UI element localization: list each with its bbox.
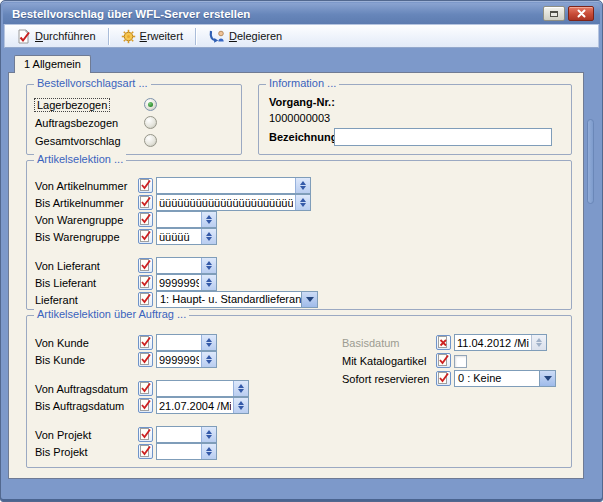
dropdown-arrow-button[interactable] xyxy=(301,292,317,307)
row-bis-warengruppe: Bis Warengruppe xyxy=(35,228,217,245)
vorgang-nr-label: Vorgang-Nr.: xyxy=(269,96,335,108)
erweitert-button[interactable]: Erweitert xyxy=(114,26,190,46)
text-field[interactable] xyxy=(156,194,311,211)
von-projekt-input[interactable] xyxy=(157,427,201,442)
spinner-button[interactable] xyxy=(233,381,248,396)
text-field[interactable] xyxy=(156,177,311,194)
date-field[interactable] xyxy=(156,380,249,397)
vorgang-nr-value: 1000000003 xyxy=(269,112,330,124)
spinner-button[interactable] xyxy=(201,212,216,227)
radio-gesamtvorschlag[interactable] xyxy=(144,134,157,147)
durchfuehren-button[interactable]: Durchführen xyxy=(9,26,103,46)
bis-lieferant-input[interactable] xyxy=(157,275,201,290)
radio-auftragsbezogen[interactable] xyxy=(144,116,157,129)
group-information: Information ... Vorgang-Nr.: 1000000003 … xyxy=(258,84,572,155)
spinner-button[interactable] xyxy=(295,178,310,193)
row-von-warengruppe: Von Warengruppe xyxy=(35,211,217,228)
filter-active-check-icon[interactable] xyxy=(138,275,153,290)
field-label: Bis Projekt xyxy=(35,446,138,458)
window-title: Bestellvorschlag über WFL-Server erstell… xyxy=(12,8,540,20)
filter-active-check-icon[interactable] xyxy=(138,427,153,442)
tab-allgemein-label: 1 Allgemein xyxy=(24,58,81,70)
filter-active-check-icon[interactable] xyxy=(436,371,451,386)
date-field[interactable] xyxy=(156,397,249,414)
filter-active-check-icon[interactable] xyxy=(138,381,153,396)
lieferant-dropdown[interactable]: 1: Haupt- u. Standardlieferanten xyxy=(156,291,318,308)
spinner-button[interactable] xyxy=(201,229,216,244)
group-bestellvorschlagsart: Bestellvorschlagsart ... Lagerbezogen Au… xyxy=(26,84,242,155)
spinner-button-disabled xyxy=(531,335,546,350)
von-kunde-input[interactable] xyxy=(157,335,201,350)
spinner-button[interactable] xyxy=(201,352,216,367)
row-lieferant: Lieferant 1: Haupt- u. Standardlieferant… xyxy=(35,291,318,308)
row-bis-lieferant: Bis Lieferant xyxy=(35,274,217,291)
radio-lagerbezogen[interactable] xyxy=(144,98,157,111)
execute-document-check-icon xyxy=(16,29,31,44)
filter-active-check-icon[interactable] xyxy=(138,229,153,244)
von-artikelnummer-input[interactable] xyxy=(157,178,295,193)
tab-page: Bestellvorschlagsart ... Lagerbezogen Au… xyxy=(8,72,584,479)
spinner-button[interactable] xyxy=(201,427,216,442)
filter-active-check-icon[interactable] xyxy=(138,195,153,210)
von-lieferant-input[interactable] xyxy=(157,258,201,273)
group-auftrag: Artikelselektion über Auftrag ... Von Ku… xyxy=(26,315,572,468)
filter-active-check-icon[interactable] xyxy=(138,398,153,413)
date-field[interactable] xyxy=(454,334,547,351)
spinner-button[interactable] xyxy=(295,195,310,210)
sofort-reservieren-dropdown[interactable]: 0 : Keine xyxy=(454,370,556,387)
spinner-button[interactable] xyxy=(201,335,216,350)
bis-warengruppe-input[interactable] xyxy=(157,229,201,244)
spinner-button[interactable] xyxy=(201,444,216,459)
radio-label-auftragsbezogen: Auftragsbezogen xyxy=(35,117,118,129)
text-field[interactable] xyxy=(156,351,217,368)
delegieren-button[interactable]: Delegieren xyxy=(201,26,289,46)
field-label: Von Warengruppe xyxy=(35,214,138,226)
window-scrollbar-thumb[interactable] xyxy=(587,119,594,204)
bezeichnung-input[interactable] xyxy=(334,128,552,146)
field-label: Sofort reservieren xyxy=(342,373,436,385)
basisdatum-input[interactable] xyxy=(455,335,531,350)
close-window-button[interactable] xyxy=(568,6,594,21)
von-warengruppe-input[interactable] xyxy=(157,212,201,227)
field-label: Bis Kunde xyxy=(35,354,138,366)
filter-active-check-icon[interactable] xyxy=(138,292,153,307)
filter-active-check-icon[interactable] xyxy=(138,212,153,227)
restore-window-button[interactable] xyxy=(543,6,565,21)
filter-active-check-icon[interactable] xyxy=(138,178,153,193)
dropdown-arrow-button[interactable] xyxy=(539,371,555,386)
bis-auftragsdatum-input[interactable] xyxy=(157,398,233,413)
title-bar[interactable]: Bestellvorschlag über WFL-Server erstell… xyxy=(3,3,600,24)
text-field[interactable] xyxy=(156,426,217,443)
text-field[interactable] xyxy=(156,211,217,228)
filter-disabled-x-icon[interactable] xyxy=(436,335,451,350)
close-window-icon xyxy=(577,9,586,18)
text-field[interactable] xyxy=(156,257,217,274)
filter-active-check-icon[interactable] xyxy=(138,352,153,367)
radio-row-auftragsbezogen: Auftragsbezogen xyxy=(35,115,157,130)
bis-projekt-input[interactable] xyxy=(157,444,201,459)
von-auftragsdatum-input[interactable] xyxy=(157,381,233,396)
text-field[interactable] xyxy=(156,228,217,245)
bis-kunde-input[interactable] xyxy=(157,352,201,367)
spinner-button[interactable] xyxy=(233,398,248,413)
field-label: Basisdatum xyxy=(342,337,436,349)
delegieren-label: Delegieren xyxy=(229,30,282,42)
text-field[interactable] xyxy=(156,274,217,291)
filter-active-check-icon[interactable] xyxy=(138,335,153,350)
text-field[interactable] xyxy=(156,443,217,460)
spinner-button[interactable] xyxy=(201,258,216,273)
toolbar-separator xyxy=(195,28,196,45)
radio-label-lagerbezogen: Lagerbezogen xyxy=(35,99,109,111)
dialog-window: Bestellvorschlag über WFL-Server erstell… xyxy=(0,0,603,502)
filter-active-check-icon[interactable] xyxy=(138,444,153,459)
bis-artikelnummer-input[interactable] xyxy=(157,195,295,210)
row-bis-projekt: Bis Projekt xyxy=(35,443,217,460)
katalogartikel-checkbox[interactable] xyxy=(454,355,467,368)
radio-label-gesamtvorschlag: Gesamtvorschlag xyxy=(35,135,121,147)
filter-active-check-icon[interactable] xyxy=(436,353,451,368)
tab-allgemein[interactable]: 1 Allgemein xyxy=(14,55,91,73)
lieferant-dropdown-value: 1: Haupt- u. Standardlieferanten xyxy=(157,292,301,307)
spinner-button[interactable] xyxy=(201,275,216,290)
text-field[interactable] xyxy=(156,334,217,351)
filter-active-check-icon[interactable] xyxy=(138,258,153,273)
